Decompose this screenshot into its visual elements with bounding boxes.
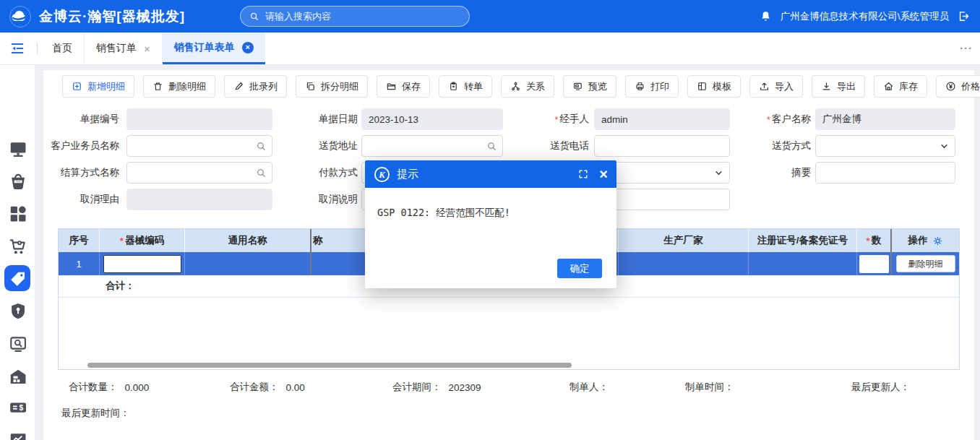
tab-home[interactable]: 首页: [40, 33, 85, 64]
sidebar-item-quality[interactable]: [9, 302, 26, 319]
summary-create-time: 制单时间：: [685, 381, 742, 394]
frozen-left-divider: [310, 229, 311, 275]
sidebar-collapse-button[interactable]: [9, 33, 28, 64]
global-search-input[interactable]: [265, 11, 460, 22]
dialog-ok-button[interactable]: 确定: [557, 259, 602, 278]
row-cell-generic-name: [185, 252, 311, 275]
bell-icon[interactable]: [760, 10, 772, 22]
sidebar-item-workbench[interactable]: [9, 139, 26, 157]
monitor-search-icon: [9, 335, 26, 352]
sidebar-item-purchase[interactable]: [9, 172, 26, 189]
row-delete-detail-button[interactable]: 删除明细: [896, 255, 955, 272]
column-header-device-code: *器械编码: [100, 229, 185, 252]
search-small-icon: [256, 141, 267, 152]
warehouse-icon: [9, 367, 26, 384]
toolbar: 新增明细删除明细批录列拆分明细保存转单关系预览打印模板导入导出库存价格日志关闭: [62, 75, 980, 98]
inventory-label: 库存: [899, 80, 918, 93]
tab-label: 首页: [52, 42, 72, 55]
summary-total-qty: 合计数量：0.000: [69, 381, 149, 394]
grid-icon: [9, 204, 26, 222]
template-label: 模板: [713, 80, 731, 93]
tab-sales-order-form[interactable]: 销售订单表单×: [163, 33, 265, 64]
delivery-method-field[interactable]: [815, 135, 955, 157]
chevron-down-icon: [713, 168, 724, 178]
settlement-method-field[interactable]: [126, 162, 272, 184]
price-button[interactable]: 价格: [936, 75, 980, 98]
delivery-address-field[interactable]: [361, 135, 503, 157]
batch-edit-button[interactable]: 批录列: [224, 75, 287, 98]
quantity-cell-input[interactable]: [859, 255, 889, 273]
alert-dialog: K 提示 × GSP 0122: 经营范围不匹配! 确定: [365, 160, 616, 288]
delete-detail-button[interactable]: 删除明细: [143, 75, 215, 98]
inventory-button[interactable]: 库存: [874, 75, 927, 98]
customer-salesman-field[interactable]: [126, 135, 272, 157]
horizontal-scrollbar[interactable]: [87, 363, 572, 368]
sidebar-item-warehouse[interactable]: [9, 367, 26, 384]
sidebar-item-apps[interactable]: [9, 204, 26, 222]
top-header: 金博云·瀚智[器械批发] 广州金博信息技术有限公司\系统管理员: [0, 0, 980, 33]
tabs-more-button[interactable]: ···: [960, 33, 973, 63]
sidebar-item-sales[interactable]: [4, 265, 30, 291]
maximize-icon[interactable]: [578, 169, 588, 179]
chevron-down-icon: [939, 141, 950, 152]
template-button[interactable]: 模板: [687, 75, 741, 98]
tab-sales-order[interactable]: 销售订单×: [85, 33, 163, 64]
import-button[interactable]: 导入: [749, 75, 803, 98]
basket-icon: [9, 172, 26, 189]
sidebar-item-finance[interactable]: $: [9, 398, 26, 415]
search-small-icon: [486, 141, 497, 152]
add-square-icon: [72, 81, 82, 92]
sidebar-item-procurement[interactable]: [9, 237, 26, 254]
tab-separator: [37, 43, 38, 54]
preview-button[interactable]: 预览: [563, 75, 616, 98]
add-detail-button[interactable]: 新增明细: [62, 75, 134, 98]
summary-accounting-period: 会计期间：202309: [392, 381, 481, 394]
delivery-phone-field[interactable]: [594, 135, 730, 157]
last-update-time: 最后更新时间：: [61, 407, 137, 420]
relation-button[interactable]: 关系: [501, 75, 554, 98]
tab-close-icon[interactable]: ×: [242, 42, 254, 53]
dialog-title: 提示: [397, 168, 418, 181]
transfer-button[interactable]: 转单: [439, 75, 492, 98]
alert-dialog-header[interactable]: K 提示 ×: [365, 160, 616, 188]
dialog-close-icon[interactable]: ×: [599, 167, 608, 181]
device-code-cell-input[interactable]: [103, 255, 181, 273]
print-button[interactable]: 打印: [625, 75, 679, 98]
summary-total-amount: 合计金额：0.00: [230, 381, 305, 394]
settlement-method-label: 结算方式名称: [22, 162, 119, 184]
import-label: 导入: [775, 80, 794, 93]
global-search[interactable]: [240, 6, 470, 27]
row-cell-actions: 删除明细: [891, 252, 960, 275]
delivery-address-label: 送货地址: [285, 135, 358, 157]
column-header-manufacturer: 生产厂家: [619, 229, 749, 252]
sidebar-item-reports[interactable]: [9, 431, 26, 440]
split-detail-button[interactable]: 拆分明细: [296, 75, 368, 98]
export-button[interactable]: 导出: [812, 75, 865, 98]
dialog-header-actions: ×: [578, 167, 608, 181]
sidebar-item-query[interactable]: [9, 335, 26, 352]
customer-salesman-label: 客户业务员名称: [22, 135, 119, 157]
top-right-area: 广州金博信息技术有限公司\系统管理员: [760, 0, 970, 33]
summary-memo-field[interactable]: [815, 162, 955, 184]
save-button[interactable]: 保存: [377, 75, 430, 98]
handler-field: admin: [594, 108, 730, 130]
house-icon: [883, 81, 894, 92]
customer-name-value: 广州金博: [822, 113, 861, 126]
preview-icon: [572, 81, 583, 92]
tab-label: 销售订单: [96, 42, 137, 55]
doc-date-field: 2023-10-13: [361, 108, 503, 130]
tab-close-icon[interactable]: ×: [144, 43, 150, 54]
folder-icon: [386, 81, 397, 92]
trash-icon: [152, 81, 163, 92]
dialog-brand-icon: K: [374, 166, 390, 183]
row-cell-seq: 1: [59, 252, 100, 275]
delivery-method-label: 送货方式: [724, 135, 811, 157]
layout-icon: [697, 81, 708, 92]
logout-icon[interactable]: [958, 10, 970, 22]
printer-icon: [635, 81, 645, 92]
app-logo-cloud-icon: [9, 5, 32, 28]
doc-number-label: 单据编号: [22, 108, 119, 130]
grid-total-label: 合计：: [106, 280, 135, 293]
doc-date-label: 单据日期: [285, 108, 358, 130]
cart-icon: [9, 237, 26, 254]
